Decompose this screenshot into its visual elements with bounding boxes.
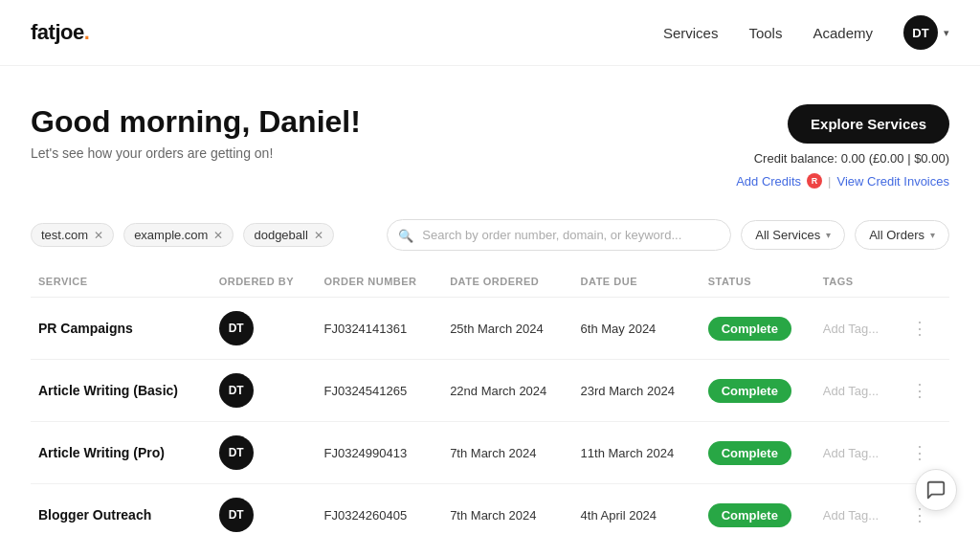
tag-chip-test[interactable]: test.com ✕ — [31, 223, 114, 247]
add-credits-link[interactable]: Add Credits — [736, 174, 801, 189]
cell-tags[interactable]: Add Tag... — [815, 422, 899, 484]
greeting-subtitle: Let's see how your orders are getting on… — [31, 145, 361, 161]
tag-label: example.com — [134, 228, 208, 242]
chevron-down-icon: ▾ — [944, 27, 949, 39]
search-box: 🔍 — [387, 219, 731, 251]
more-options-button[interactable]: ⋮ — [905, 315, 934, 342]
orders-table-wrap: Service Ordered By Order Number Date Ord… — [0, 266, 980, 534]
col-status: Status — [701, 266, 815, 298]
more-options-button[interactable]: ⋮ — [905, 439, 934, 466]
cell-service: PR Campaigns — [31, 298, 212, 360]
cell-ordered-by: DT — [212, 360, 317, 422]
col-date-ordered: Date Ordered — [442, 266, 572, 298]
explore-services-button[interactable]: Explore Services — [788, 104, 949, 144]
tag-close-icon[interactable]: ✕ — [94, 229, 103, 242]
all-orders-label: All Orders — [869, 228, 924, 242]
cell-tags[interactable]: Add Tag... — [815, 484, 899, 535]
table-head: Service Ordered By Order Number Date Ord… — [31, 266, 949, 298]
logo-dot: . — [84, 20, 90, 44]
tag-chip-example[interactable]: example.com ✕ — [123, 223, 234, 247]
chat-icon — [925, 479, 947, 501]
avatar: DT — [903, 15, 938, 50]
cell-status: Complete — [701, 298, 815, 360]
hero-section: Good morning, Daniel! Let's see how your… — [0, 66, 980, 208]
tag-label: test.com — [41, 228, 88, 242]
cell-date-due: 6th May 2024 — [573, 298, 701, 360]
greeting-heading: Good morning, Daniel! — [31, 104, 361, 140]
credit-balance: Credit balance: 0.00 (£0.00 | $0.00) — [754, 151, 949, 166]
table-row: Article Writing (Pro) DT FJ0324990413 7t… — [31, 422, 949, 484]
cell-date-due: 11th March 2024 — [573, 422, 701, 484]
cell-tags[interactable]: Add Tag... — [815, 298, 899, 360]
all-services-dropdown[interactable]: All Services ▾ — [741, 220, 845, 250]
credits-icon: R — [807, 173, 822, 189]
table-row: Article Writing (Basic) DT FJ0324541265 … — [31, 360, 949, 422]
table-row: PR Campaigns DT FJ0324141361 25th March … — [31, 298, 949, 360]
separator: | — [828, 174, 831, 189]
cell-more[interactable]: ⋮ — [898, 360, 949, 422]
nav-services[interactable]: Services — [663, 25, 719, 41]
cell-date-due: 4th April 2024 — [573, 484, 701, 535]
cell-order-number: FJ0324541265 — [316, 360, 442, 422]
cell-service: Blogger Outreach — [31, 484, 212, 535]
more-options-button[interactable]: ⋮ — [905, 377, 934, 404]
cell-ordered-by: DT — [212, 422, 317, 484]
cell-date-ordered: 7th March 2024 — [442, 484, 572, 535]
search-input[interactable] — [387, 219, 731, 251]
table-body: PR Campaigns DT FJ0324141361 25th March … — [31, 298, 949, 535]
hero-left: Good morning, Daniel! Let's see how your… — [31, 104, 361, 161]
col-order-number: Order Number — [316, 266, 442, 298]
cell-status: Complete — [701, 422, 815, 484]
tag-close-icon[interactable]: ✕ — [314, 229, 323, 242]
cell-ordered-by: DT — [212, 484, 317, 535]
cell-service: Article Writing (Pro) — [31, 422, 212, 484]
cell-order-number: FJ0324260405 — [316, 484, 442, 535]
cell-tags[interactable]: Add Tag... — [815, 360, 899, 422]
header: fatjoe. Services Tools Academy DT ▾ — [0, 0, 980, 66]
credit-links: Add Credits R | View Credit Invoices — [736, 173, 949, 189]
orders-table: Service Ordered By Order Number Date Ord… — [31, 266, 949, 534]
table-row: Blogger Outreach DT FJ0324260405 7th Mar… — [31, 484, 949, 535]
all-services-label: All Services — [755, 228, 820, 242]
main-nav: Services Tools Academy DT ▾ — [663, 15, 949, 50]
tag-close-icon[interactable]: ✕ — [213, 229, 223, 242]
cell-date-due: 23rd March 2024 — [573, 360, 701, 422]
chevron-down-icon: ▾ — [826, 230, 831, 240]
col-date-due: Date Due — [573, 266, 701, 298]
col-actions — [898, 266, 949, 298]
cell-status: Complete — [701, 360, 815, 422]
cell-date-ordered: 25th March 2024 — [442, 298, 572, 360]
search-icon: 🔍 — [398, 228, 413, 242]
user-menu[interactable]: DT ▾ — [903, 15, 949, 50]
tag-label: dodgeball — [254, 228, 307, 242]
chevron-down-icon: ▾ — [930, 230, 935, 240]
col-tags: Tags — [815, 266, 899, 298]
nav-tools[interactable]: Tools — [748, 25, 782, 41]
cell-order-number: FJ0324141361 — [316, 298, 442, 360]
cell-order-number: FJ0324990413 — [316, 422, 442, 484]
hero-right: Explore Services Credit balance: 0.00 (£… — [736, 104, 949, 189]
col-service: Service — [31, 266, 212, 298]
view-invoices-link[interactable]: View Credit Invoices — [836, 174, 949, 189]
cell-status: Complete — [701, 484, 815, 535]
chat-bubble[interactable] — [915, 469, 957, 511]
logo: fatjoe. — [31, 20, 89, 45]
cell-service: Article Writing (Basic) — [31, 360, 212, 422]
cell-date-ordered: 7th March 2024 — [442, 422, 572, 484]
cell-date-ordered: 22nd March 2024 — [442, 360, 572, 422]
nav-academy[interactable]: Academy — [813, 25, 873, 41]
filters-bar: test.com ✕ example.com ✕ dodgeball ✕ 🔍 A… — [0, 208, 980, 266]
all-orders-dropdown[interactable]: All Orders ▾ — [855, 220, 949, 250]
cell-more[interactable]: ⋮ — [898, 298, 949, 360]
tag-chip-dodgeball[interactable]: dodgeball ✕ — [243, 223, 333, 247]
col-ordered-by: Ordered By — [212, 266, 317, 298]
logo-text: fatjoe — [31, 20, 84, 44]
cell-ordered-by: DT — [212, 298, 317, 360]
